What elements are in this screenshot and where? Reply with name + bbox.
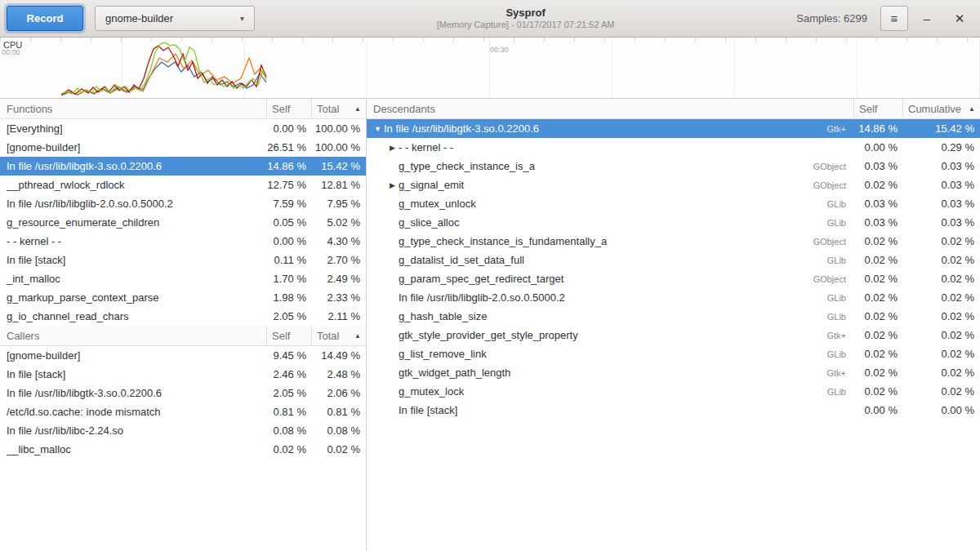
descendant-row[interactable]: In file /usr/lib/libglib-2.0.so.0.5000.2… (367, 288, 980, 307)
expander-right-icon[interactable]: ▶ (386, 144, 399, 152)
function-name: g_slice_alloc (399, 216, 459, 229)
caller-row[interactable]: In file [stack]2.46 %2.48 % (0, 365, 366, 384)
descendant-name-cell: g_list_remove_linkGLib (367, 348, 854, 360)
cumulative-percent: 0.02 % (903, 329, 980, 341)
library-tag: GLib (827, 387, 854, 397)
self-percent: 0.00 % (267, 235, 312, 247)
descendant-name-cell: g_type_check_instance_is_aGObject (367, 160, 854, 172)
function-row[interactable]: _int_malloc1.70 %2.49 % (0, 269, 366, 288)
expander-right-icon[interactable]: ▶ (386, 181, 399, 189)
function-row[interactable]: In file [stack]0.11 %2.70 % (0, 251, 366, 269)
function-name: g_list_remove_link (399, 348, 487, 360)
callers-total-column-header[interactable]: Total ▲ (312, 326, 366, 345)
function-name: g_markup_parse_context_parse (0, 291, 267, 304)
callers-table: [gnome-builder]9.45 %14.49 %In file [sta… (0, 346, 366, 459)
descendant-row[interactable]: In file [stack]0.00 %0.00 % (367, 401, 980, 420)
cumulative-percent: 0.02 % (903, 291, 980, 304)
descendant-row[interactable]: gtk_widget_path_lengthGtk+0.02 %0.02 % (367, 363, 980, 382)
functions-total-column-header[interactable]: Total ▲ (312, 99, 366, 118)
total-percent: 2.70 % (312, 254, 366, 266)
descendant-row[interactable]: g_slice_allocGLib0.03 %0.03 % (367, 213, 980, 232)
function-name: g_type_check_instance_is_fundamentally_a (399, 235, 607, 247)
descendants-cumulative-column-header[interactable]: Cumulative ▲ (903, 99, 980, 118)
functions-column-header[interactable]: Functions (0, 99, 267, 118)
descendant-row[interactable]: gtk_style_provider_get_style_propertyGtk… (367, 326, 980, 344)
callers-header: Callers Self Total ▲ (0, 326, 366, 346)
function-name: __libc_malloc (0, 443, 267, 455)
descendants-self-column-header[interactable]: Self (854, 99, 903, 118)
functions-total-label: Total (317, 103, 339, 115)
descendant-row[interactable]: g_list_remove_linkGLib0.02 %0.02 % (367, 344, 980, 363)
descendant-name-cell: gtk_widget_path_lengthGtk+ (367, 367, 854, 379)
self-percent: 0.03 % (854, 216, 903, 229)
cumulative-percent: 0.02 % (903, 385, 980, 398)
caller-row[interactable]: In file /usr/lib/libgtk-3.so.0.2200.62.0… (0, 384, 366, 402)
function-name: In file /usr/lib/libgtk-3.so.0.2200.6 (0, 160, 267, 172)
function-row[interactable]: g_io_channel_read_chars2.05 %2.11 % (0, 307, 366, 326)
function-name: g_mutex_lock (399, 385, 464, 398)
descendant-row[interactable]: g_mutex_lockGLib0.02 %0.02 % (367, 382, 980, 401)
left-pane: Functions Self Total ▲ [Everything]0.00 … (0, 99, 367, 551)
descendant-row[interactable]: g_type_check_instance_is_aGObject0.03 %0… (367, 157, 980, 176)
function-name: In file /usr/lib/libgtk-3.so.0.2200.6 (0, 387, 267, 399)
descendant-row[interactable]: ▶- - kernel - -0.00 %0.29 % (367, 138, 980, 157)
function-row[interactable]: g_resource_enumerate_children0.05 %5.02 … (0, 213, 366, 232)
caller-row[interactable]: /etc/ld.so.cache: inode mismatch0.81 %0.… (0, 402, 366, 421)
expander-down-icon[interactable]: ▼ (372, 125, 384, 133)
cpu-timeline[interactable]: CPU 00:00 00:30 (0, 38, 980, 99)
library-tag: GObject (813, 162, 854, 171)
window-subtitle: [Memory Capture] - 01/17/2017 07:21:52 A… (255, 20, 796, 31)
library-tag: Gtk+ (826, 124, 854, 134)
function-name: [gnome-builder] (0, 141, 267, 153)
descendant-name-cell: g_hash_table_sizeGLib (367, 310, 854, 322)
menu-button[interactable]: ≡ (880, 6, 908, 31)
total-percent: 2.49 % (312, 273, 366, 285)
functions-self-column-header[interactable]: Self (267, 99, 312, 118)
total-percent: 2.48 % (312, 368, 366, 380)
self-percent: 0.02 % (854, 385, 903, 398)
caller-row[interactable]: [gnome-builder]9.45 %14.49 % (0, 346, 366, 365)
self-percent: 0.00 % (267, 122, 312, 135)
self-percent: 0.02 % (854, 273, 903, 285)
self-percent: 0.11 % (267, 254, 312, 266)
function-row[interactable]: [gnome-builder]26.51 %100.00 % (0, 138, 366, 157)
function-row[interactable]: g_markup_parse_context_parse1.98 %2.33 % (0, 288, 366, 307)
descendant-row[interactable]: g_mutex_unlockGLib0.03 %0.03 % (367, 194, 980, 213)
descendant-row[interactable]: g_param_spec_get_redirect_targetGObject0… (367, 269, 980, 288)
cumulative-percent: 0.00 % (903, 404, 980, 416)
descendant-row[interactable]: g_type_check_instance_is_fundamentally_a… (367, 232, 980, 251)
function-row[interactable]: In file /usr/lib/libgtk-3.so.0.2200.614.… (0, 157, 366, 176)
descendant-name-cell: In file /usr/lib/libglib-2.0.so.0.5000.2… (367, 291, 854, 304)
record-button[interactable]: Record (7, 6, 83, 31)
hamburger-icon: ≡ (891, 11, 898, 25)
descendant-name-cell: gtk_style_provider_get_style_propertyGtk… (367, 329, 854, 341)
function-name: g_type_check_instance_is_a (399, 160, 535, 172)
cumulative-percent: 0.02 % (903, 254, 980, 266)
caller-row[interactable]: In file /usr/lib/libc-2.24.so0.08 %0.08 … (0, 421, 366, 440)
descendants-column-header[interactable]: Descendants (367, 99, 854, 118)
cumulative-percent: 0.03 % (903, 198, 980, 210)
caller-row[interactable]: __libc_malloc0.02 %0.02 % (0, 440, 366, 459)
target-selector-dropdown[interactable]: gnome-builder ▾ (95, 6, 255, 31)
descendant-row[interactable]: g_hash_table_sizeGLib0.02 %0.02 % (367, 307, 980, 326)
sort-arrow-icon: ▲ (964, 105, 975, 113)
descendants-header: Descendants Self Cumulative ▲ (367, 99, 980, 119)
descendant-row[interactable]: g_datalist_id_set_data_fullGLib0.02 %0.0… (367, 251, 980, 269)
library-tag: Gtk+ (826, 368, 854, 378)
descendants-cumulative-label: Cumulative (908, 103, 961, 115)
close-button[interactable]: ✕ (946, 6, 973, 31)
callers-self-column-header[interactable]: Self (267, 326, 312, 345)
function-name: In file [stack] (0, 368, 267, 380)
target-selector-label: gnome-builder (105, 12, 173, 24)
callers-column-header[interactable]: Callers (0, 326, 267, 345)
self-percent: 9.45 % (267, 349, 312, 362)
descendant-row[interactable]: ▶g_signal_emitGObject0.02 %0.03 % (367, 176, 980, 194)
descendant-row[interactable]: ▼In file /usr/lib/libgtk-3.so.0.2200.6Gt… (367, 119, 980, 138)
function-row[interactable]: __pthread_rwlock_rdlock12.75 %12.81 % (0, 176, 366, 194)
function-row[interactable]: [Everything]0.00 %100.00 % (0, 119, 366, 138)
self-percent: 0.81 % (267, 406, 312, 418)
minimize-button[interactable]: – (913, 6, 941, 31)
function-row[interactable]: In file /usr/lib/libglib-2.0.so.0.5000.2… (0, 194, 366, 213)
function-row[interactable]: - - kernel - -0.00 %4.30 % (0, 232, 366, 251)
total-percent: 100.00 % (312, 141, 366, 153)
